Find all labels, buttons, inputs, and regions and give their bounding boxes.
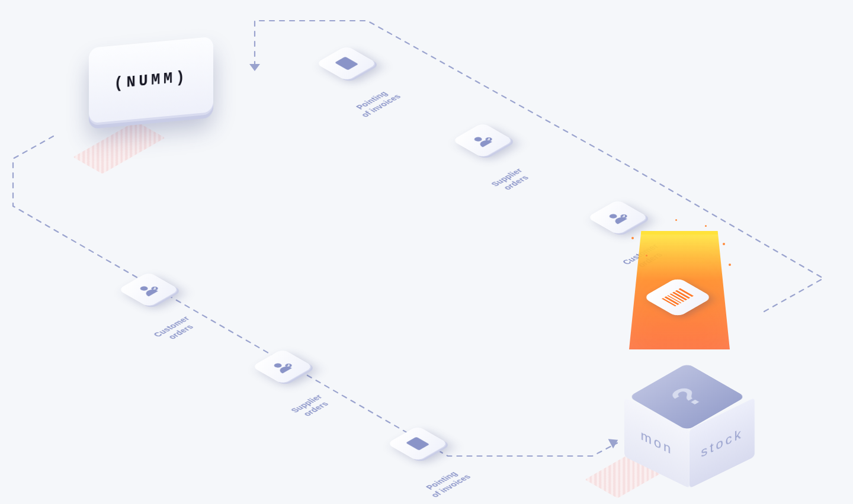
- svg-point-12: [139, 285, 149, 291]
- label-top-pointing-invoices: Pointingof invoices: [336, 80, 417, 127]
- calculator-icon: [329, 53, 364, 73]
- monstock-left-label: mon: [641, 428, 674, 459]
- person-check-icon: [131, 280, 166, 300]
- person-check-icon: [265, 357, 300, 377]
- label-bottom-pointing-invoices: Pointingof invoices: [406, 460, 487, 504]
- label-top-supplier-orders: Supplierorders: [472, 157, 552, 204]
- numm-endpoint: (NUMM): [83, 36, 237, 142]
- svg-point-10: [608, 213, 618, 219]
- tile-bottom-customer-orders: [118, 272, 180, 307]
- label-bottom-customer-orders: Customerorders: [136, 306, 217, 353]
- barcode-icon: [662, 288, 694, 307]
- label-bottom-supplier-orders: Supplierorders: [271, 383, 352, 430]
- svg-point-14: [272, 362, 283, 368]
- tile-bottom-supplier-orders: [252, 349, 314, 384]
- monstock-cube: ? mon stock: [628, 379, 746, 468]
- numm-label: (NUMM): [114, 68, 188, 92]
- tile-bottom-pointing-invoices: [387, 426, 449, 461]
- calculator-icon: [400, 434, 435, 454]
- monstock-right-label: stock: [701, 425, 743, 461]
- person-check-icon: [465, 130, 500, 150]
- tile-top-pointing-invoices: [316, 46, 378, 81]
- svg-point-8: [473, 136, 483, 142]
- arrow-into-numm: [249, 64, 260, 71]
- numm-card: (NUMM): [89, 37, 213, 124]
- diagram-stage: (NUMM) Pointingof invoices Supplierorder…: [0, 0, 853, 504]
- tile-top-supplier-orders: [452, 123, 514, 158]
- tile-top-customer-orders: [587, 200, 649, 235]
- numm-base-mat: [73, 121, 165, 174]
- question-mark-icon: ?: [660, 381, 713, 412]
- person-check-icon: [600, 207, 635, 227]
- monstock-endpoint: ? mon stock: [604, 308, 782, 486]
